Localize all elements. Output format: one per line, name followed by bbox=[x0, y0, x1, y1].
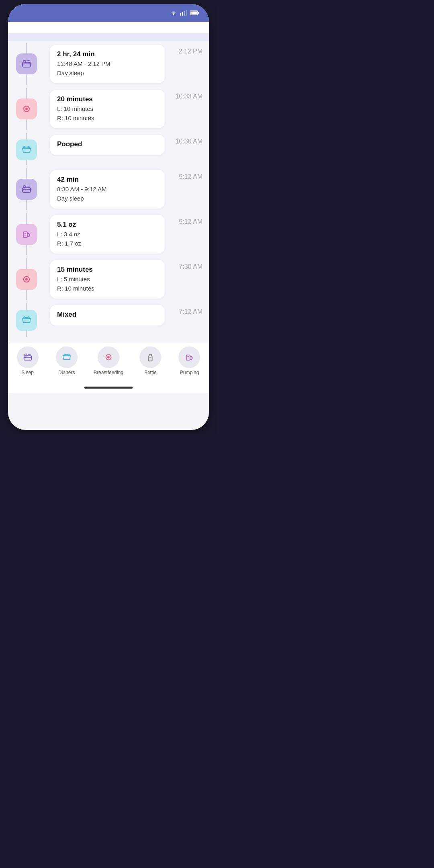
timeline-item[interactable]: Pooped10:30 AM bbox=[8, 131, 209, 167]
item-content: 5.1 ozL: 3.4 ozR: 1.7 oz bbox=[39, 213, 170, 255]
svg-rect-16 bbox=[23, 232, 27, 237]
item-time-label: 7:12 AM bbox=[170, 303, 203, 337]
item-time-label: 9:12 AM bbox=[170, 168, 203, 210]
nav-label-breastfeeding: Breastfeeding bbox=[94, 370, 123, 375]
timeline-item[interactable]: 5.1 ozL: 3.4 ozR: 1.7 oz9:12 AM bbox=[8, 212, 209, 257]
svg-point-18 bbox=[25, 278, 28, 280]
connector-line bbox=[26, 245, 27, 255]
svg-point-15 bbox=[23, 186, 26, 188]
card-main-text: 20 minutes bbox=[57, 95, 158, 103]
timeline-item[interactable]: Mixed7:12 AM bbox=[8, 302, 209, 339]
nav-label-diapers: Diapers bbox=[58, 370, 75, 375]
timeline-item[interactable]: 20 minutesL: 10 minutesR: 10 minutes10:3… bbox=[8, 86, 209, 131]
connector-line bbox=[26, 74, 27, 85]
bottom-nav: Sleep Diapers Breastfeeding Bottle Pumpi… bbox=[8, 342, 209, 382]
battery-icon bbox=[190, 10, 199, 16]
icon-diaper bbox=[16, 310, 37, 331]
card-main-text: 2 hr, 24 min bbox=[57, 50, 158, 58]
card-sub-text: R: 10 minutes bbox=[57, 114, 158, 123]
svg-rect-1 bbox=[180, 13, 181, 16]
timeline-card[interactable]: 2 hr, 24 min11:48 AM - 2:12 PMDay sleep bbox=[50, 45, 165, 83]
card-main-text: 42 min bbox=[57, 176, 158, 184]
nav-label-bottle: Bottle bbox=[144, 370, 157, 375]
card-sub-text: L: 3.4 oz bbox=[57, 230, 158, 239]
timeline: 2 hr, 24 min11:48 AM - 2:12 PMDay sleep2… bbox=[8, 41, 209, 342]
nav-item-sleep[interactable]: Sleep bbox=[16, 346, 40, 375]
timeline-card[interactable]: 5.1 ozL: 3.4 ozR: 1.7 oz bbox=[50, 215, 165, 254]
icon-breastfeed bbox=[16, 98, 37, 119]
home-indicator bbox=[8, 382, 209, 393]
svg-rect-7 bbox=[190, 12, 197, 14]
timeline-item[interactable]: 42 min8:30 AM - 9:12 AMDay sleep9:12 AM bbox=[8, 167, 209, 212]
svg-rect-21 bbox=[24, 356, 31, 360]
signal-icon bbox=[180, 10, 187, 16]
nav-label-sleep: Sleep bbox=[21, 370, 34, 375]
connector-line bbox=[26, 160, 27, 165]
item-time-label: 7:30 AM bbox=[170, 258, 203, 300]
item-time-label: 10:33 AM bbox=[170, 88, 203, 130]
nav-item-bottle[interactable]: Bottle bbox=[138, 346, 162, 375]
icon-pumping bbox=[16, 224, 37, 245]
svg-rect-8 bbox=[23, 62, 31, 67]
card-sub-text: L: 5 minutes bbox=[57, 275, 158, 284]
card-sub-text: 11:48 AM - 2:12 PM bbox=[57, 59, 158, 69]
card-sub-text: 8:30 AM - 9:12 AM bbox=[57, 185, 158, 194]
item-content: Mixed bbox=[39, 303, 170, 337]
item-content: Pooped bbox=[39, 133, 170, 165]
item-time-label: 10:30 AM bbox=[170, 133, 203, 165]
timeline-card[interactable]: Pooped bbox=[50, 135, 165, 155]
phone-shell: 2 hr, 24 min11:48 AM - 2:12 PMDay sleep2… bbox=[8, 4, 209, 430]
card-sub-text: Day sleep bbox=[57, 194, 158, 203]
timeline-card[interactable]: 15 minutesL: 5 minutesR: 10 minutes bbox=[50, 260, 165, 299]
svg-rect-2 bbox=[182, 12, 183, 16]
icon-breastfeed bbox=[16, 269, 37, 290]
item-content: 15 minutesL: 5 minutesR: 10 minutes bbox=[39, 258, 170, 300]
item-content: 2 hr, 24 min11:48 AM - 2:12 PMDay sleep bbox=[39, 43, 170, 85]
home-bar bbox=[84, 387, 133, 389]
wifi-icon bbox=[170, 10, 178, 16]
item-time-label: 2:12 PM bbox=[170, 43, 203, 85]
connector-line bbox=[26, 43, 27, 53]
timeline-card[interactable]: Mixed bbox=[50, 305, 165, 326]
connector-line bbox=[26, 119, 27, 130]
icon-sleep bbox=[16, 53, 37, 74]
connector-line bbox=[26, 133, 27, 139]
nav-item-diapers[interactable]: Diapers bbox=[55, 346, 79, 375]
timeline-item[interactable]: 15 minutesL: 5 minutesR: 10 minutes7:30 … bbox=[8, 257, 209, 302]
timeline-card[interactable]: 20 minutesL: 10 minutesR: 10 minutes bbox=[50, 90, 165, 128]
svg-rect-27 bbox=[186, 355, 190, 360]
icon-sleep bbox=[16, 179, 37, 200]
connector-line bbox=[26, 290, 27, 300]
card-sub-text: L: 10 minutes bbox=[57, 104, 158, 114]
item-time-label: 9:12 AM bbox=[170, 213, 203, 255]
nav-item-pumping[interactable]: Pumping bbox=[177, 346, 201, 375]
connector-line bbox=[26, 213, 27, 224]
connector-line bbox=[26, 331, 27, 337]
card-main-text: Mixed bbox=[57, 311, 158, 319]
card-sub-text: Day sleep bbox=[57, 69, 158, 78]
card-sub-text: R: 1.7 oz bbox=[57, 239, 158, 248]
connector-line bbox=[26, 168, 27, 179]
svg-rect-14 bbox=[23, 188, 31, 192]
connector-line bbox=[26, 258, 27, 269]
nav-item-breastfeeding[interactable]: Breastfeeding bbox=[94, 346, 123, 375]
card-main-text: 15 minutes bbox=[57, 266, 158, 274]
connector-line bbox=[26, 88, 27, 98]
svg-rect-4 bbox=[186, 10, 187, 16]
status-icons bbox=[170, 10, 199, 16]
nav-icon-sleep bbox=[17, 346, 39, 368]
timeline-item[interactable]: 2 hr, 24 min11:48 AM - 2:12 PMDay sleep2… bbox=[8, 41, 209, 86]
timeline-card[interactable]: 42 min8:30 AM - 9:12 AMDay sleep bbox=[50, 170, 165, 209]
card-main-text: Pooped bbox=[57, 140, 158, 148]
date-banner bbox=[8, 33, 209, 41]
svg-point-26 bbox=[107, 356, 110, 358]
connector-line bbox=[26, 303, 27, 310]
header bbox=[8, 22, 209, 33]
svg-point-0 bbox=[173, 14, 174, 15]
nav-icon-diapers bbox=[56, 346, 78, 368]
icon-diaper bbox=[16, 139, 37, 160]
svg-rect-6 bbox=[198, 12, 199, 14]
connector-line bbox=[26, 200, 27, 210]
nav-icon-bottle bbox=[139, 346, 161, 368]
nav-label-pumping: Pumping bbox=[180, 370, 199, 375]
